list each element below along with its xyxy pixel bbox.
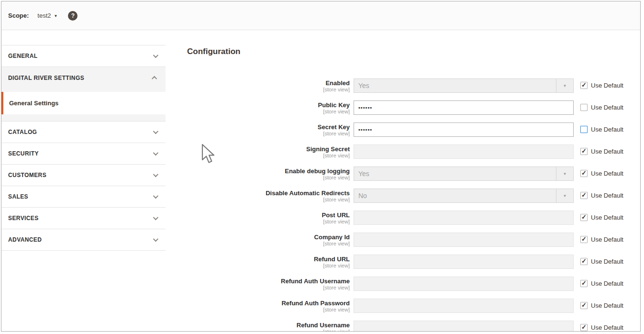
field-label-col: Post URL[store view] [187,211,350,225]
chevron-down-icon [153,193,158,199]
sidebar-section-label: CUSTOMERS [8,172,46,178]
use-default-col: Use Default [580,189,623,199]
caret-down-icon: ▼ [54,14,58,18]
use-default-checkbox[interactable] [580,258,588,265]
sidebar-section-sales[interactable]: SALES [1,186,166,208]
use-default-col: Use Default [580,211,623,221]
use-default-col: Use Default [580,255,623,265]
sidebar-section-security[interactable]: SECURITY [1,143,166,165]
sidebar-section-wrap-customers: CUSTOMERS [1,165,166,186]
field-input-refund-url [354,255,574,269]
field-input-public-key[interactable] [354,100,574,115]
field-input-company-id [354,233,574,247]
field-row-refund-username: Refund Username[store view]Use Default [187,321,630,332]
field-input-post-url [354,211,574,225]
caret-down-icon: ▼ [556,167,573,180]
use-default-checkbox[interactable] [580,302,588,309]
field-scope-note: [store view] [187,87,350,93]
use-default-checkbox[interactable] [580,214,588,221]
field-label-col: Refund Auth Username[store view] [187,277,350,291]
use-default-checkbox[interactable] [580,324,588,331]
field-label: Enable debug logging [187,167,350,175]
sidebar-section-digital-river-settings[interactable]: DIGITAL RIVER SETTINGS [1,67,166,89]
field-row-company-id: Company Id[store view]Use Default [187,233,630,255]
use-default-col: Use Default [580,167,623,177]
use-default-col: Use Default [580,299,623,309]
sidebar-subsection: General Settings [1,89,166,122]
sidebar-item-label: General Settings [9,100,58,107]
use-default-label: Use Default [591,214,623,221]
use-default-label: Use Default [591,324,623,331]
field-label: Enabled [187,79,350,87]
field-input-secret-key[interactable] [354,122,574,137]
field-control-col: Yes▼ [354,167,574,181]
field-control-col [354,122,574,137]
field-control-col [354,299,574,313]
field-scope-note: [store view] [187,307,350,313]
field-label-col: Secret Key[store view] [187,122,350,137]
field-label: Company Id [187,234,350,241]
scope-label: Scope: [8,12,29,19]
field-scope-note: [store view] [187,263,350,269]
field-row-refund-auth-username: Refund Auth Username[store view]Use Defa… [187,277,630,299]
use-default-checkbox[interactable] [580,148,588,155]
field-label: Secret Key [187,123,350,131]
field-row-enabled: Enabled[store view]Yes▼Use Default [187,78,630,100]
field-row-enable-debug-logging: Enable debug logging[store view]Yes▼Use … [187,167,630,189]
sidebar-section-advanced[interactable]: ADVANCED [1,229,166,251]
sidebar-section-wrap-advanced: ADVANCED [1,229,166,251]
field-label: Disable Automatic Redirects [187,189,350,197]
use-default-col: Use Default [580,233,623,243]
field-label-col: Refund URL[store view] [187,255,350,269]
sidebar-item-general-settings[interactable]: General Settings [1,92,166,114]
use-default-col: Use Default [580,122,623,133]
caret-down-icon: ▼ [556,189,573,202]
sidebar-section-customers[interactable]: CUSTOMERS [1,165,166,186]
use-default-checkbox[interactable] [580,170,588,177]
field-scope-note: [store view] [187,219,350,225]
field-label: Refund URL [187,256,350,263]
field-control-col [354,233,574,247]
sidebar-section-wrap-digital-river-settings: DIGITAL RIVER SETTINGSGeneral Settings [1,67,166,122]
field-scope-note: [store view] [187,153,350,159]
use-default-checkbox[interactable] [580,104,588,111]
use-default-checkbox[interactable] [580,126,588,133]
chevron-down-icon [153,129,158,134]
field-label: Refund Auth Password [187,300,350,307]
main-content: Configuration Enabled[store view]Yes▼Use… [187,47,630,332]
field-label: Signing Secret [187,145,350,153]
field-control-col: No▼ [354,189,574,203]
field-select-disable-automatic-redirects: No▼ [354,189,574,203]
sidebar-section-services[interactable]: SERVICES [1,208,166,229]
field-row-post-url: Post URL[store view]Use Default [187,211,630,233]
use-default-checkbox[interactable] [580,82,588,89]
field-label-col: Company Id[store view] [187,233,350,247]
field-label-col: Public Key[store view] [187,100,350,115]
sidebar-section-catalog[interactable]: CATALOG [1,122,166,143]
sidebar-section-label: SERVICES [8,215,39,222]
field-row-secret-key: Secret Key[store view]Use Default [187,122,630,145]
field-scope-note: [store view] [187,197,350,203]
use-default-col: Use Default [580,78,623,89]
chevron-down-icon [153,215,158,220]
fields-container: Enabled[store view]Yes▼Use DefaultPublic… [187,78,630,332]
use-default-col: Use Default [580,145,623,155]
sidebar-section-general[interactable]: GENERAL [1,45,166,67]
caret-down-icon: ▼ [556,79,573,92]
field-label: Post URL [187,212,350,219]
use-default-checkbox[interactable] [580,236,588,243]
field-control-col: Yes▼ [354,78,574,93]
use-default-col: Use Default [580,100,623,111]
scope-switcher[interactable]: test2 ▼ [37,12,57,19]
select-value: Yes [354,170,369,178]
chevron-down-icon [153,236,158,242]
select-value: No [354,192,367,200]
help-icon[interactable]: ? [68,11,78,21]
use-default-label: Use Default [591,126,623,133]
field-row-disable-automatic-redirects: Disable Automatic Redirects[store view]N… [187,189,630,211]
field-row-refund-auth-password: Refund Auth Password[store view]Use Defa… [187,299,630,321]
field-label: Refund Auth Username [187,278,350,285]
use-default-checkbox[interactable] [580,192,588,199]
sidebar-section-label: GENERAL [8,53,37,59]
use-default-checkbox[interactable] [580,280,588,287]
